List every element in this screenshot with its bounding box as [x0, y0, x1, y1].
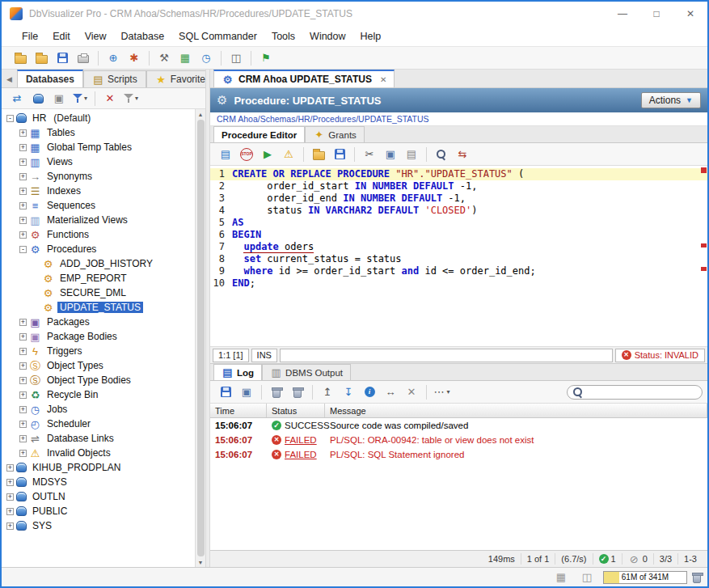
tree-item-public[interactable]: +PUBLIC [2, 504, 195, 518]
tab-procedure-editor[interactable]: Procedure Editor [213, 126, 305, 142]
expand-toggle-icon[interactable]: + [19, 450, 27, 457]
tree-item-sequences[interactable]: +≡Sequences [2, 198, 195, 213]
expand-columns-button[interactable]: ↔ [381, 383, 400, 402]
tree-item-secure-dml[interactable]: ⚙SECURE_DML [2, 286, 195, 300]
collapse-panel-button[interactable]: ◀ [3, 75, 17, 87]
find-replace-button[interactable] [432, 145, 451, 164]
memory-gauge[interactable]: 61M of 341M [603, 571, 687, 584]
tree-item-procedures[interactable]: -⚙Procedures [2, 242, 195, 256]
new-sql-commander-button[interactable]: ⚑ [256, 49, 276, 68]
copy-log-button[interactable]: ▣ [237, 383, 256, 402]
expand-toggle-icon[interactable]: + [6, 508, 14, 515]
stop-button[interactable]: STOP [237, 145, 256, 164]
tree-item-object-types[interactable]: +ⓈObject Types [2, 358, 195, 373]
tree-item-emp-report[interactable]: ⚙EMP_REPORT [2, 271, 195, 286]
disconnect-button[interactable]: ✕ [100, 89, 120, 108]
menu-database[interactable]: Database [114, 27, 172, 45]
expand-toggle-icon[interactable]: + [19, 362, 27, 370]
shrink-columns-button[interactable]: ✕ [402, 383, 421, 402]
log-settings-button[interactable]: ⋯▾ [432, 383, 451, 402]
paste-button[interactable]: ▤ [402, 145, 421, 164]
expand-toggle-icon[interactable]: + [6, 479, 14, 486]
expand-toggle-icon[interactable]: + [19, 319, 27, 326]
scroll-down-icon[interactable]: ▼ [198, 557, 204, 567]
compare-button[interactable]: ⇆ [453, 145, 472, 164]
auto-scroll-button[interactable]: i [360, 383, 379, 402]
grid-button[interactable]: ▦ [551, 568, 571, 587]
collapse-toggle-icon[interactable]: - [19, 246, 27, 253]
minimize-button[interactable]: — [606, 2, 639, 26]
actions-button[interactable]: Actions ▼ [641, 92, 701, 108]
tree-item-package-bodies[interactable]: +▣Package Bodies [2, 329, 195, 344]
code-line[interactable]: 3 order_id_end IN NUMBER DEFAULT -1, [210, 192, 707, 205]
filter-button[interactable]: ▾ [70, 89, 90, 108]
tree-item-update-status[interactable]: ⚙UPDATE_STATUS [2, 300, 195, 315]
tree-item-global-temp-tables[interactable]: +▦Global Temp Tables [2, 140, 195, 154]
copy-button[interactable]: ▣ [381, 145, 400, 164]
error-mark[interactable] [701, 167, 707, 173]
expand-toggle-icon[interactable]: + [19, 173, 27, 180]
expand-toggle-icon[interactable]: + [19, 348, 27, 355]
filter-disabled-button[interactable]: ▾ [121, 89, 141, 108]
expand-toggle-icon[interactable]: + [19, 421, 27, 428]
tab-crm-ahoa-update-status[interactable]: ⚙ CRM Ahoa UPDATE_STATUS ✕ [213, 70, 395, 87]
tree-item-mdsys[interactable]: +MDSYS [2, 475, 195, 489]
tab-dbms-output[interactable]: ▥DBMS Output [262, 364, 351, 380]
expand-toggle-icon[interactable]: + [19, 159, 27, 166]
scrollbar-thumb[interactable] [197, 120, 205, 556]
maximize-button[interactable]: □ [639, 2, 673, 26]
expand-toggle-icon[interactable]: + [6, 522, 14, 530]
tree-scrollbar[interactable]: ▲ ▼ [195, 109, 205, 567]
search-input[interactable] [587, 387, 697, 397]
tree-item-synonyms[interactable]: +→Synonyms [2, 169, 195, 184]
create-database-connection-button[interactable] [28, 89, 48, 108]
tree-item-packages[interactable]: +▣Packages [2, 315, 195, 329]
error-mark[interactable] [701, 243, 707, 247]
table-data-tool-button[interactable]: ▦ [175, 49, 195, 68]
execute-button[interactable]: ▶ [258, 145, 277, 164]
menu-help[interactable]: Help [353, 27, 389, 45]
expand-toggle-icon[interactable]: + [19, 217, 27, 224]
expand-toggle-icon[interactable]: + [19, 129, 27, 137]
tab-scripts[interactable]: ▤Scripts [83, 70, 146, 87]
menu-file[interactable]: File [15, 27, 45, 45]
code-line[interactable]: 7 update oders [210, 241, 707, 253]
tree-item-database-links[interactable]: +⇌Database Links [2, 431, 195, 446]
driver-manager-button[interactable]: ⚒ [154, 49, 174, 68]
expand-toggle-icon[interactable]: + [6, 493, 14, 501]
code-line[interactable]: 1CREATE OR REPLACE PROCEDURE "HR"."UPDAT… [210, 168, 707, 180]
expand-toggle-icon[interactable]: + [19, 377, 27, 384]
code-line[interactable]: 10END; [210, 277, 707, 290]
menu-tools[interactable]: Tools [264, 27, 302, 45]
tree-item-outln[interactable]: +OUTLN [2, 489, 195, 504]
menu-sql-commander[interactable]: SQL Commander [171, 27, 264, 45]
monitor-button[interactable]: ◷ [196, 49, 216, 68]
code-line[interactable]: 8 set current_status = status [210, 253, 707, 265]
tree-item-hr[interactable]: -HR(Default) [2, 111, 195, 125]
duplicate-connection-button[interactable]: ▣ [49, 89, 69, 108]
garbage-collect-icon[interactable] [693, 574, 701, 583]
expand-toggle-icon[interactable]: + [19, 188, 27, 195]
menu-edit[interactable]: Edit [45, 27, 78, 45]
expand-toggle-icon[interactable]: + [19, 435, 27, 442]
tree-item-recycle-bin[interactable]: +♻Recycle Bin [2, 387, 195, 402]
tab-log[interactable]: ▤Log [213, 364, 262, 380]
code-line[interactable]: 2 order_id_start IN NUMBER DEFAULT -1, [210, 180, 707, 192]
save-to-file-button[interactable] [330, 145, 349, 164]
open-file-button[interactable] [309, 145, 328, 164]
expand-toggle-icon[interactable]: + [6, 464, 14, 472]
code-line[interactable]: 5AS [210, 217, 707, 229]
connection-wizard-button[interactable]: ✱ [124, 49, 144, 68]
close-button[interactable]: ✕ [673, 2, 707, 26]
tree-item-invalid-objects[interactable]: +⚠Invalid Objects [2, 446, 195, 460]
tab-close-icon[interactable]: ✕ [380, 75, 386, 84]
expand-toggle-icon[interactable]: + [19, 231, 27, 239]
expand-toggle-icon[interactable]: + [19, 406, 27, 413]
tree-item-kihub-prodplan[interactable]: +KIHUB_PRODPLAN [2, 460, 195, 475]
tab-databases[interactable]: Databases [17, 70, 83, 87]
reconnect-button[interactable]: ⇄ [7, 89, 27, 108]
tree-item-object-type-bodies[interactable]: +ⓈObject Type Bodies [2, 373, 195, 387]
tree-item-functions[interactable]: +⚙Functions [2, 227, 195, 242]
tree-item-materialized-views[interactable]: +▥Materialized Views [2, 213, 195, 227]
tree-item-jobs[interactable]: +◷Jobs [2, 402, 195, 417]
